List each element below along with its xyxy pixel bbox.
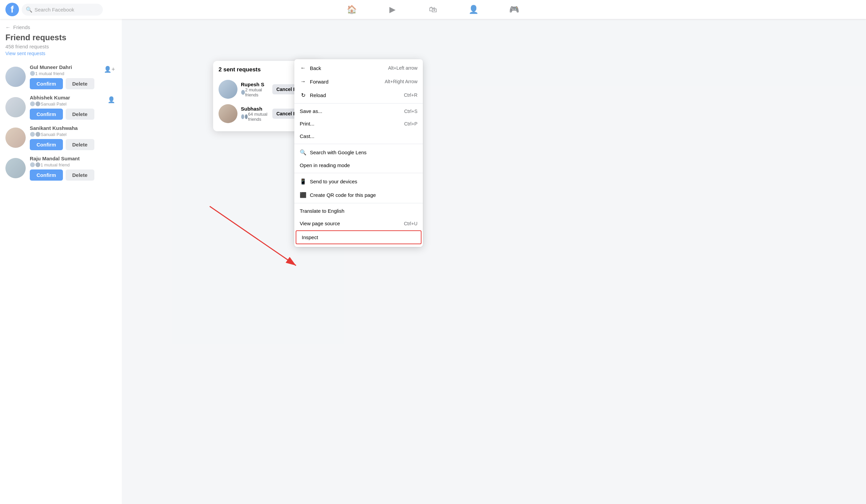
context-menu-google-lens[interactable]: 🔍 Search with Google Lens — [294, 145, 423, 159]
sent-info: Rupesh S 2 mutual friends — [241, 81, 269, 98]
qr-code-icon: ⬛ — [300, 191, 307, 198]
forward-icon: → — [300, 78, 307, 85]
context-menu-save-as[interactable]: Save as... Ctrl+S — [294, 105, 423, 117]
menu-shortcut: Ctrl+U — [404, 221, 418, 226]
menu-label: Open in reading mode — [300, 163, 350, 168]
menu-label: Inspect — [302, 234, 318, 240]
menu-label: View page source — [300, 221, 340, 226]
send-devices-icon: 📱 — [300, 178, 307, 185]
menu-label: Print... — [300, 121, 314, 126]
context-menu-inspect[interactable]: Inspect — [296, 230, 422, 244]
context-menu-cast[interactable]: Cast... — [294, 130, 423, 143]
sent-info: Subhash 64 mutual friends — [241, 106, 269, 122]
mutual-avatar — [245, 114, 248, 120]
sent-name: Rupesh S — [241, 81, 269, 87]
reload-icon: ↻ — [300, 92, 307, 99]
menu-label: Save as... — [300, 108, 322, 114]
menu-shortcut: Ctrl+R — [404, 92, 418, 98]
back-icon: ← — [300, 65, 307, 71]
overlay — [0, 0, 866, 504]
menu-shortcut: Alt+Left arrow — [388, 65, 418, 71]
menu-divider — [294, 144, 423, 144]
context-menu-reading-mode[interactable]: Open in reading mode — [294, 159, 423, 171]
sent-avatar — [219, 104, 237, 123]
context-menu-send-devices[interactable]: 📱 Send to your devices — [294, 175, 423, 188]
context-menu: ← Back Alt+Left arrow → Forward Alt+Righ… — [294, 59, 423, 247]
menu-label: Cast... — [300, 133, 314, 139]
context-menu-translate[interactable]: Translate to English — [294, 205, 423, 217]
sent-mutual: 2 mutual friends — [241, 87, 269, 98]
menu-label: Search with Google Lens — [310, 149, 367, 155]
menu-label: Translate to English — [300, 208, 344, 214]
menu-shortcut: Ctrl+P — [404, 121, 418, 126]
menu-label: Forward — [310, 79, 329, 85]
context-menu-view-source[interactable]: View page source Ctrl+U — [294, 217, 423, 230]
menu-shortcut: Ctrl+S — [404, 109, 418, 114]
menu-divider — [294, 203, 423, 203]
sent-avatar — [219, 80, 237, 99]
sent-mutual: 64 mutual friends — [241, 112, 269, 122]
menu-label: Send to your devices — [310, 179, 357, 184]
menu-divider — [294, 173, 423, 173]
google-lens-icon: 🔍 — [300, 149, 307, 156]
context-menu-forward[interactable]: → Forward Alt+Right Arrow — [294, 75, 423, 88]
menu-divider — [294, 103, 423, 103]
context-menu-print[interactable]: Print... Ctrl+P — [294, 117, 423, 130]
menu-label: Create QR code for this page — [310, 192, 376, 198]
mutual-avatar — [241, 114, 245, 120]
menu-label: Back — [310, 65, 321, 71]
mutual-avatar — [241, 90, 245, 95]
context-menu-reload[interactable]: ↻ Reload Ctrl+R — [294, 88, 423, 102]
context-menu-qr-code[interactable]: ⬛ Create QR code for this page — [294, 188, 423, 202]
context-menu-back[interactable]: ← Back Alt+Left arrow — [294, 61, 423, 75]
menu-label: Reload — [310, 92, 326, 98]
menu-shortcut: Alt+Right Arrow — [385, 79, 418, 84]
sent-name: Subhash — [241, 106, 269, 112]
